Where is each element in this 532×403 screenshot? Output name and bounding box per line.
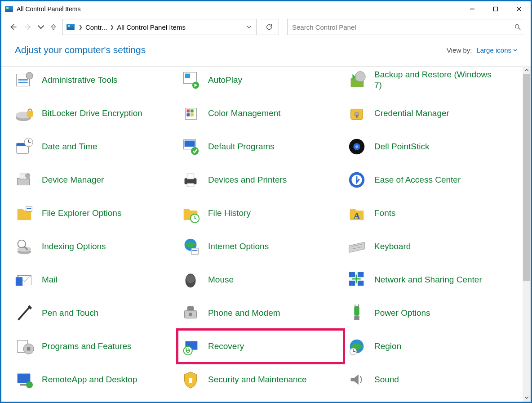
tools-icon [13, 69, 35, 91]
cp-item-label: AutoPlay [208, 75, 242, 85]
svg-rect-21 [191, 109, 194, 112]
fileopt-icon [13, 202, 35, 224]
svg-rect-26 [356, 115, 358, 118]
scroll-down-button[interactable] [523, 394, 531, 402]
cp-item-backup[interactable]: Backup and Restore (Windows 7) [344, 66, 510, 97]
credential-icon [346, 102, 368, 125]
minimize-button[interactable] [461, 2, 484, 16]
close-button[interactable] [507, 2, 531, 16]
search-input[interactable] [291, 23, 514, 31]
cp-item-security[interactable]: Security and Maintenance [177, 363, 344, 396]
cp-item-label: Recovery [208, 341, 244, 352]
up-button[interactable] [47, 21, 60, 33]
cp-item-color[interactable]: Color Management [177, 97, 344, 130]
cp-item-device[interactable]: Device Manager [11, 163, 177, 197]
cp-item-label: Device Manager [42, 175, 104, 185]
cp-item-filehist[interactable]: File History [177, 197, 344, 230]
color-icon [179, 102, 202, 125]
cp-item-printers[interactable]: Devices and Printers [177, 163, 344, 197]
cp-item-mail[interactable]: Mail [11, 263, 177, 296]
default-icon [179, 135, 202, 158]
vertical-scrollbar[interactable] [523, 66, 531, 402]
breadcrumb-seg2[interactable]: All Control Panel Items [117, 23, 186, 31]
cp-item-fileopt[interactable]: File Explorer Options [11, 197, 177, 230]
cp-item-sound[interactable]: Sound [344, 363, 510, 396]
svg-rect-20 [186, 109, 190, 112]
cp-item-tools[interactable]: Administrative Tools [11, 66, 177, 97]
svg-rect-9 [18, 79, 28, 81]
svg-rect-1 [494, 7, 498, 11]
cp-item-label: Power Options [374, 308, 430, 318]
window-buttons [461, 2, 531, 16]
cp-item-indexing[interactable]: Indexing Options [11, 230, 177, 263]
content-header: Adjust your computer's settings View by:… [1, 37, 531, 55]
cp-item-remote[interactable]: RemoteApp and Desktop [11, 363, 177, 396]
svg-rect-74 [354, 316, 359, 320]
cp-item-autoplay[interactable]: AutoPlay [177, 66, 344, 97]
bitlocker-icon [13, 102, 35, 125]
maximize-button[interactable] [484, 2, 507, 16]
svg-rect-18 [27, 111, 33, 116]
scroll-up-button[interactable] [523, 66, 531, 74]
search-icon [514, 23, 521, 31]
mouse-icon [179, 269, 202, 291]
network-icon [346, 269, 368, 291]
cp-item-mouse[interactable]: Mouse [177, 263, 344, 296]
svg-point-34 [191, 147, 199, 155]
pen-icon [13, 302, 35, 324]
phone-icon [179, 302, 202, 324]
address-dropdown-button[interactable] [241, 19, 256, 35]
cp-item-label: Mail [42, 275, 58, 285]
svg-rect-66 [358, 281, 364, 286]
cp-item-power[interactable]: Power Options [344, 296, 510, 330]
svg-rect-55 [191, 248, 198, 254]
cp-item-dell[interactable]: Dell PointStick [344, 130, 510, 163]
scroll-thumb[interactable] [523, 74, 530, 281]
forward-button[interactable] [22, 21, 35, 33]
cp-item-label: Date and Time [42, 142, 98, 152]
cp-item-phone[interactable]: Phone and Modem [177, 296, 344, 330]
svg-rect-22 [186, 113, 190, 116]
power-icon [346, 302, 368, 324]
indexing-icon [13, 235, 35, 258]
cp-item-network[interactable]: Network and Sharing Center [344, 263, 510, 296]
svg-rect-79 [27, 347, 31, 351]
control-panel-icon [5, 6, 13, 12]
svg-rect-73 [354, 306, 359, 316]
cp-item-label: Internet Options [208, 242, 269, 252]
cp-item-bitlocker[interactable]: BitLocker Drive Encryption [11, 97, 177, 130]
cp-item-internet[interactable]: Internet Options [177, 230, 344, 263]
refresh-button[interactable] [259, 19, 279, 35]
cp-item-default[interactable]: Default Programs [177, 130, 344, 163]
cp-item-credential[interactable]: Credential Manager [344, 97, 510, 130]
breadcrumb-seg1[interactable]: Contr... [85, 23, 107, 31]
cp-item-keyboard[interactable]: Keyboard [344, 230, 510, 263]
cp-item-fonts[interactable]: AFonts [344, 197, 510, 230]
cp-item-label: Network and Sharing Center [374, 275, 482, 285]
autoplay-icon [179, 69, 202, 91]
device-icon [13, 169, 35, 191]
recent-locations-button[interactable] [37, 21, 44, 33]
keyboard-icon [346, 235, 368, 258]
cp-item-programs[interactable]: Programs and Features [11, 330, 177, 363]
cp-item-recovery[interactable]: Recovery [177, 330, 344, 363]
address-bar[interactable]: ❯ Contr... ❯ All Control Panel Items [62, 19, 257, 35]
cp-item-label: Sound [374, 375, 399, 385]
back-button[interactable] [7, 21, 19, 33]
address-icon [66, 24, 75, 30]
svg-rect-71 [187, 306, 194, 311]
cp-item-region[interactable]: Region [344, 330, 510, 363]
svg-rect-56 [192, 250, 198, 251]
cp-item-datetime[interactable]: Date and Time [11, 130, 177, 163]
cp-item-label: Backup and Restore (Windows 7) [374, 70, 500, 90]
cp-item-pen[interactable]: Pen and Touch [11, 296, 177, 330]
cp-item-ease[interactable]: Ease of Access Center [344, 163, 510, 197]
cp-item-label: Security and Maintenance [208, 375, 307, 385]
svg-point-11 [26, 72, 33, 79]
svg-line-7 [519, 28, 520, 30]
view-by-dropdown[interactable]: Large icons [476, 46, 517, 54]
cp-item-label: Default Programs [208, 142, 275, 152]
search-box[interactable] [287, 19, 525, 35]
svg-point-37 [355, 145, 358, 148]
internet-icon [179, 235, 202, 258]
